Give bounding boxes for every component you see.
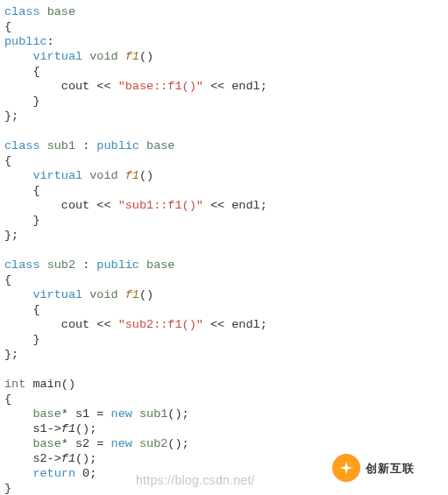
base-type: base (146, 258, 174, 272)
function-name: f1 (125, 50, 139, 63)
string-literal: "sub1::f1()" (118, 199, 203, 212)
string-literal: "sub2::f1()" (118, 318, 203, 331)
cout-suffix: << endl; (203, 199, 267, 212)
parens: () (139, 50, 153, 63)
type-name: base (47, 5, 75, 18)
tail: (); (167, 437, 188, 450)
keyword-class: class (4, 139, 40, 152)
function-name: f1 (125, 288, 139, 301)
string-literal: "base::f1()" (118, 80, 203, 93)
cout-prefix: cout << (61, 199, 118, 212)
parens: () (61, 378, 75, 391)
keyword-new: new (111, 437, 132, 450)
cout-suffix: << endl; (203, 318, 267, 331)
base-type: base (146, 139, 174, 152)
type-name: sub2 (47, 258, 75, 272)
function-name: main (32, 378, 60, 391)
cout-prefix: cout << (61, 80, 118, 93)
keyword-int: int (4, 378, 25, 391)
star-var: * s1 = (61, 407, 111, 421)
type-name: base (32, 407, 60, 421)
keyword-return: return (32, 467, 75, 480)
cout-suffix: << endl; (203, 80, 267, 93)
keyword-class: class (4, 258, 40, 272)
colon: : (47, 35, 54, 48)
keyword-virtual: virtual (32, 169, 82, 182)
obj-arrow: s1-> (32, 422, 60, 435)
tail: (); (167, 407, 188, 421)
keyword-public: public (96, 139, 139, 152)
parens: () (139, 169, 153, 182)
type-name: sub1 (47, 139, 75, 152)
keyword-virtual: virtual (32, 50, 82, 63)
keyword-public: public (96, 258, 139, 272)
tail: (); (75, 452, 96, 465)
ctor-name: sub2 (139, 437, 167, 450)
code-block: class base { public: virtual void f1() {… (4, 4, 444, 495)
parens: () (139, 288, 153, 301)
ctor-name: sub1 (139, 407, 167, 421)
obj-arrow: s2-> (32, 452, 60, 465)
return-val: 0; (75, 467, 96, 480)
cout-prefix: cout << (61, 318, 118, 331)
type-name: base (32, 437, 60, 450)
keyword-class: class (4, 5, 40, 18)
keyword-virtual: virtual (32, 288, 82, 301)
keyword-void: void (89, 169, 117, 182)
function-call: f1 (61, 452, 75, 465)
keyword-void: void (89, 288, 117, 301)
star-var: * s2 = (61, 437, 111, 450)
keyword-public: public (4, 35, 47, 48)
function-call: f1 (61, 422, 75, 435)
tail: (); (75, 422, 96, 435)
keyword-new: new (111, 407, 132, 421)
function-name: f1 (125, 169, 139, 182)
keyword-void: void (89, 50, 117, 63)
